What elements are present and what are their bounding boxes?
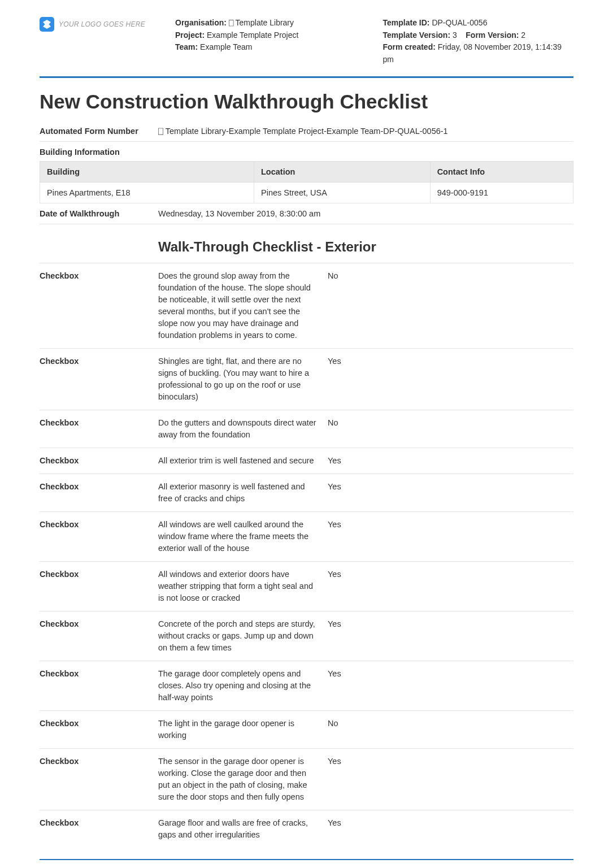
- checklist-row: CheckboxThe light in the garage door ope…: [40, 710, 573, 748]
- checklist-value: Yes: [328, 618, 573, 654]
- checklist-text: All windows are well caulked around the …: [158, 519, 328, 554]
- checklist-text: Garage floor and walls are free of crack…: [158, 817, 328, 841]
- checklist-text: Shingles are tight, flat, and there are …: [158, 355, 328, 403]
- checklist-row: CheckboxConcrete of the porch and steps …: [40, 611, 573, 661]
- td-location: Pines Street, USA: [254, 182, 430, 203]
- checkbox-label: Checkbox: [40, 817, 158, 841]
- checklist-value: Yes: [328, 455, 573, 467]
- checklist-text: Do the gutters and downspouts direct wat…: [158, 417, 328, 441]
- checklist-value: Yes: [328, 568, 573, 604]
- checkbox-label: Checkbox: [40, 568, 158, 604]
- checklist-value: Yes: [328, 756, 573, 803]
- checklist-value: No: [328, 417, 573, 441]
- checklist-row: CheckboxAll exterior trim is well fasten…: [40, 448, 573, 474]
- checklist-subheading: Walk-Through Checklist - Exterior: [158, 239, 573, 255]
- template-id-value: DP-QUAL-0056: [432, 18, 487, 27]
- checklist-value: Yes: [328, 817, 573, 841]
- checklist-row: CheckboxDo the gutters and downspouts di…: [40, 410, 573, 448]
- template-id-label: Template ID:: [383, 18, 430, 27]
- date-label: Date of Walkthrough: [40, 209, 158, 218]
- team-label: Team:: [175, 42, 198, 51]
- checklist-text: The sensor in the garage door opener is …: [158, 756, 328, 803]
- checkbox-label: Checkbox: [40, 481, 158, 505]
- th-location: Location: [254, 161, 430, 182]
- checkbox-label: Checkbox: [40, 618, 158, 654]
- checkbox-label: Checkbox: [40, 718, 158, 741]
- meta-left: Organisation: ⎕ Template Library Project…: [175, 17, 366, 54]
- form-created-label: Form created:: [383, 42, 436, 51]
- org-label: Organisation:: [175, 18, 227, 27]
- checkbox-label: Checkbox: [40, 455, 158, 467]
- checklist-row: CheckboxAll exterior masonry is well fas…: [40, 474, 573, 511]
- project-value: Example Template Project: [207, 31, 298, 40]
- template-version-label: Template Version:: [383, 31, 451, 40]
- checklist-text: All exterior trim is well fastened and s…: [158, 455, 328, 467]
- checkbox-label: Checkbox: [40, 756, 158, 803]
- template-version-value: 3: [453, 31, 457, 40]
- form-version-value: 2: [521, 31, 525, 40]
- checklist: CheckboxDoes the ground slop away from t…: [40, 263, 573, 848]
- checklist-text: All windows and exterior doors have weat…: [158, 568, 328, 604]
- th-building: Building: [40, 161, 254, 182]
- checklist-text: The garage door completely opens and clo…: [158, 668, 328, 704]
- checklist-text: Concrete of the porch and steps are stur…: [158, 618, 328, 654]
- checklist-row: CheckboxGarage floor and walls are free …: [40, 810, 573, 848]
- checklist-text: The light in the garage door opener is w…: [158, 718, 328, 741]
- project-label: Project:: [175, 31, 205, 40]
- logo-icon: [40, 17, 54, 32]
- checklist-row: CheckboxDoes the ground slop away from t…: [40, 263, 573, 348]
- checkbox-label: Checkbox: [40, 355, 158, 403]
- team-value: Example Team: [200, 42, 252, 51]
- automated-form-number-row: Automated Form Number ⎕ Template Library…: [40, 121, 573, 142]
- document-header: YOUR LOGO GOES HERE Organisation: ⎕ Temp…: [40, 17, 573, 78]
- checklist-row: CheckboxAll windows and exterior doors h…: [40, 561, 573, 611]
- checklist-value: No: [328, 270, 573, 341]
- afn-label: Automated Form Number: [40, 127, 158, 136]
- checkbox-label: Checkbox: [40, 270, 158, 341]
- page-title: New Construction Walkthrough Checklist: [40, 90, 573, 113]
- building-info-label: Building Information: [40, 142, 573, 161]
- checklist-value: No: [328, 718, 573, 741]
- checklist-row: CheckboxThe garage door completely opens…: [40, 661, 573, 710]
- checklist-text: All exterior masonry is well fastened an…: [158, 481, 328, 505]
- document-footer: Generated with dashpivot.com Printed ver…: [40, 859, 573, 868]
- meta-right: Template ID: DP-QUAL-0056 Template Versi…: [383, 17, 574, 66]
- checklist-row: CheckboxThe sensor in the garage door op…: [40, 748, 573, 810]
- checkbox-label: Checkbox: [40, 519, 158, 554]
- checklist-value: Yes: [328, 668, 573, 704]
- date-value: Wednesday, 13 November 2019, 8:30:00 am: [158, 209, 573, 218]
- checklist-row: CheckboxShingles are tight, flat, and th…: [40, 348, 573, 410]
- checkbox-label: Checkbox: [40, 668, 158, 704]
- checkbox-label: Checkbox: [40, 417, 158, 441]
- building-info-table: Building Location Contact Info Pines Apa…: [40, 161, 573, 203]
- td-contact: 949-000-9191: [430, 182, 573, 203]
- afn-value: ⎕ Template Library-Example Template Proj…: [158, 127, 573, 136]
- checklist-row: CheckboxAll windows are well caulked aro…: [40, 511, 573, 561]
- checklist-value: Yes: [328, 519, 573, 554]
- table-header-row: Building Location Contact Info: [40, 161, 573, 182]
- form-version-label: Form Version:: [466, 31, 519, 40]
- th-contact: Contact Info: [430, 161, 573, 182]
- checklist-value: Yes: [328, 355, 573, 403]
- table-row: Pines Apartments, E18 Pines Street, USA …: [40, 182, 573, 203]
- checklist-text: Does the ground slop away from the found…: [158, 270, 328, 341]
- org-value: ⎕ Template Library: [229, 18, 294, 27]
- td-building: Pines Apartments, E18: [40, 182, 254, 203]
- date-row: Date of Walkthrough Wednesday, 13 Novemb…: [40, 203, 573, 224]
- logo-placeholder-text: YOUR LOGO GOES HERE: [59, 20, 145, 28]
- checklist-value: Yes: [328, 481, 573, 505]
- logo-block: YOUR LOGO GOES HERE: [40, 17, 158, 32]
